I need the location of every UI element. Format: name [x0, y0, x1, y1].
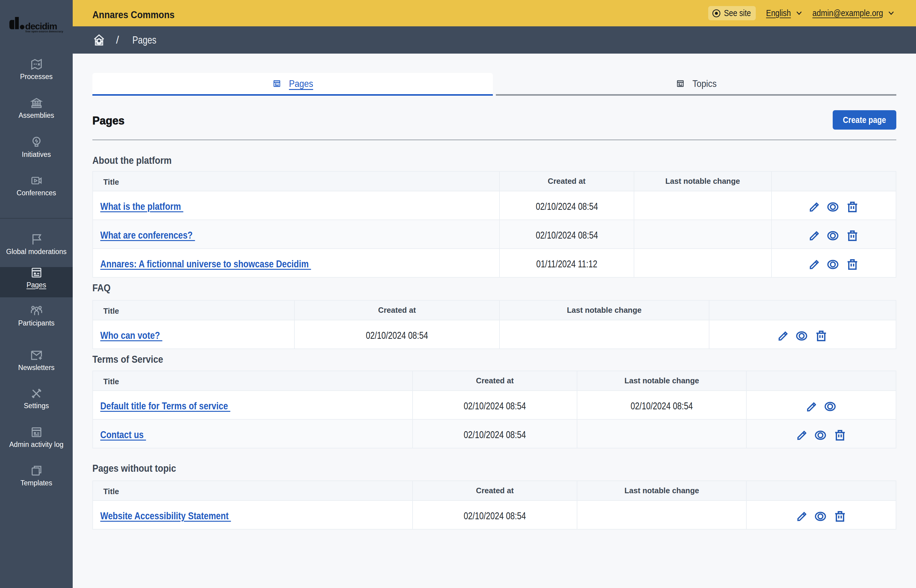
svg-text:decidim: decidim [25, 21, 57, 31]
svg-text:free open-source democracy: free open-source democracy [26, 30, 63, 33]
